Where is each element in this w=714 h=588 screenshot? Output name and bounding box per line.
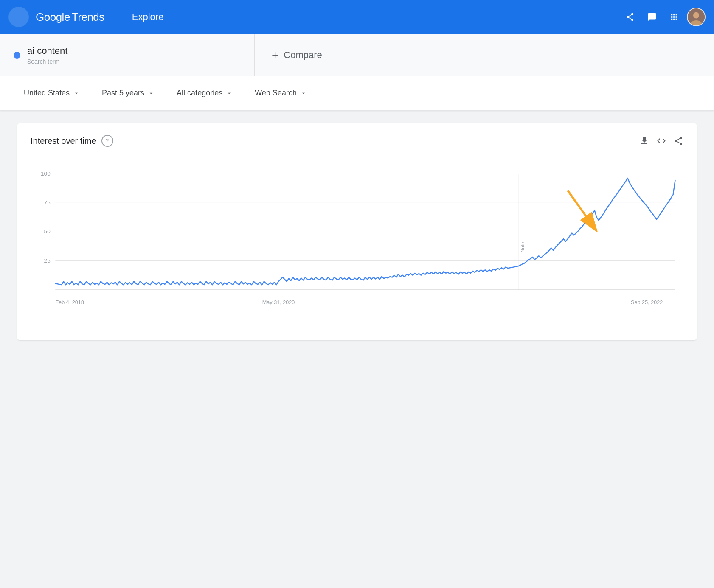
chart-header: Interest over time ? <box>31 135 683 147</box>
header-divider <box>118 9 118 25</box>
svg-text:May 31, 2020: May 31, 2020 <box>262 300 295 305</box>
svg-text:100: 100 <box>41 171 51 177</box>
feedback-icon <box>647 12 657 22</box>
chevron-down-icon <box>300 90 307 97</box>
compare-box[interactable]: + Compare <box>255 34 714 76</box>
svg-text:Sep 25, 2022: Sep 25, 2022 <box>631 300 663 305</box>
compare-label: Compare <box>284 50 322 61</box>
share-chart-button[interactable] <box>673 136 683 146</box>
filter-category-label: All categories <box>177 89 222 98</box>
filter-searchtype-label: Web Search <box>255 89 297 98</box>
hamburger-icon <box>14 14 23 20</box>
svg-point-1 <box>693 12 699 19</box>
chart-title-group: Interest over time ? <box>31 135 113 147</box>
feedback-button[interactable] <box>643 8 661 26</box>
menu-button[interactable] <box>8 7 29 27</box>
search-term-info: ai content Search term <box>27 45 67 65</box>
svg-text:50: 50 <box>44 228 51 235</box>
embed-icon <box>656 136 666 146</box>
chevron-down-icon <box>148 90 155 97</box>
embed-button[interactable] <box>656 136 666 146</box>
download-icon <box>639 136 649 146</box>
svg-text:Feb 4, 2018: Feb 4, 2018 <box>55 300 84 305</box>
filter-searchtype[interactable]: Web Search <box>248 85 314 101</box>
filter-timerange-label: Past 5 years <box>102 89 144 98</box>
share-icon <box>673 136 683 146</box>
chevron-down-icon <box>226 90 233 97</box>
filter-country[interactable]: United States <box>17 85 87 101</box>
filter-timerange[interactable]: Past 5 years <box>95 85 161 101</box>
chart-title: Interest over time <box>31 136 96 146</box>
page-title: Explore <box>132 11 164 22</box>
apps-button[interactable] <box>665 8 683 26</box>
share-button[interactable] <box>621 8 639 26</box>
logo-google: Google <box>36 11 70 24</box>
svg-text:Note: Note <box>520 242 525 253</box>
help-icon: ? <box>106 137 109 144</box>
filters-bar: United States Past 5 years All categorie… <box>0 76 714 110</box>
logo[interactable]: Google Trends <box>36 11 104 24</box>
svg-text:75: 75 <box>44 199 51 206</box>
chart-container: 100 75 50 25 Note <box>31 155 683 327</box>
chart-card: Interest over time ? <box>17 123 697 340</box>
apps-icon <box>669 12 679 22</box>
svg-text:25: 25 <box>44 258 51 264</box>
chevron-down-icon <box>73 90 80 97</box>
header-icons <box>621 8 706 26</box>
filter-country-label: United States <box>24 89 70 98</box>
search-area: ai content Search term + Compare <box>0 34 714 76</box>
search-term-text[interactable]: ai content <box>27 45 67 56</box>
search-term-box: ai content Search term <box>0 34 255 76</box>
svg-rect-3 <box>31 157 683 322</box>
help-button[interactable]: ? <box>101 135 113 147</box>
chart-actions <box>639 136 683 146</box>
share-icon <box>625 12 635 22</box>
header: Google Trends Explore <box>0 0 714 34</box>
download-button[interactable] <box>639 136 649 146</box>
avatar-image <box>688 8 705 25</box>
search-term-label: Search term <box>27 58 67 65</box>
compare-plus-icon: + <box>272 48 278 62</box>
filter-category[interactable]: All categories <box>170 85 239 101</box>
main-content: Interest over time ? <box>0 110 714 353</box>
interest-over-time-chart: 100 75 50 25 Note <box>31 155 683 325</box>
avatar[interactable] <box>687 8 706 26</box>
avatar-person-icon <box>688 8 705 26</box>
logo-trends: Trends <box>72 11 104 24</box>
search-term-dot <box>14 52 20 59</box>
